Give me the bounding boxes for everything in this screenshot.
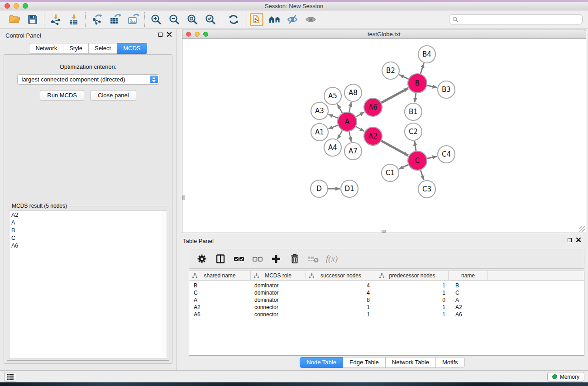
tab-motifs[interactable]: Motifs [436,357,465,368]
mcds-result-list[interactable]: A2ABCA6 [9,210,167,358]
select-all-rows-button[interactable] [232,251,246,267]
network-canvas[interactable]: AA1A2A3A4A5A6A7A8BB1B2B3B4CC1C2C3C4DD1 [182,39,586,233]
node-B2[interactable]: B2 [382,62,399,79]
cell-shared-name[interactable]: A2 [189,304,251,310]
cell-MCDS-role[interactable]: connector [251,311,306,318]
mcds-result-item[interactable]: A6 [10,242,167,249]
delete-table-button[interactable] [306,251,320,267]
edge-A6-B[interactable] [381,88,408,103]
network-window-titlebar[interactable]: testGlobe.txt [182,29,586,39]
float-table-panel-icon[interactable] [568,238,572,242]
task-history-button[interactable] [5,372,16,381]
edge-A-A7[interactable] [349,132,351,142]
cell-name[interactable]: A6 [449,311,488,318]
cell-predecessor-nodes[interactable]: 1 [376,304,449,310]
tab-node-table[interactable]: Node Table [300,357,343,368]
deselect-all-rows-button[interactable] [250,251,265,267]
table-settings-button[interactable] [195,251,209,267]
criterion-select[interactable]: largest connected component (directed) [17,74,159,85]
duplicate-network-view-button[interactable] [248,12,266,27]
cell-MCDS-role[interactable]: dominator [251,290,306,296]
cell-name[interactable]: A2 [449,304,488,310]
close-table-panel-icon[interactable] [576,238,581,242]
cell-shared-name[interactable]: A [189,297,251,303]
cell-predecessor-nodes[interactable]: 1 [376,311,449,318]
edge-A-A3[interactable] [329,114,338,118]
mcds-result-item[interactable]: B [10,226,167,234]
edge-A-A6[interactable] [356,112,364,117]
export-table-button[interactable] [106,12,124,27]
cell-name[interactable]: A [449,297,488,303]
mcds-result-item[interactable]: C [10,234,167,242]
node-A7[interactable]: A7 [344,143,362,160]
zoom-selected-button[interactable] [201,12,220,27]
close-panel-button[interactable]: Close panel [91,90,136,101]
column-header-name[interactable]: name [449,271,488,280]
network-graph[interactable]: AA1A2A3A4A5A6A7A8BB1B2B3B4CC1C2C3C4DD1 [182,39,585,232]
mcds-result-item[interactable]: A [10,219,167,226]
node-B1[interactable]: B1 [405,103,422,120]
tab-edge-table[interactable]: Edge Table [343,357,386,368]
node-D[interactable]: D [311,180,328,197]
edge-A2-C[interactable] [381,141,408,156]
cell-successor-nodes[interactable]: 1 [306,304,376,310]
cell-successor-nodes[interactable]: 4 [306,290,376,296]
node-C[interactable]: C [408,151,427,170]
node-A1[interactable]: A1 [311,124,328,141]
edge-C-C3[interactable] [421,170,424,180]
node-C1[interactable]: C1 [382,164,399,181]
edge-C-C2[interactable] [415,141,416,151]
node-A5[interactable]: A5 [324,87,341,105]
search-box[interactable] [449,14,583,24]
control-tab-network[interactable]: Network [29,43,63,54]
edge-C-C4[interactable] [427,156,437,158]
save-session-button[interactable] [24,12,42,27]
cell-shared-name[interactable]: C [189,290,251,296]
cell-predecessor-nodes[interactable]: 1 [376,282,449,289]
node-A3[interactable]: A3 [311,102,328,119]
table-row[interactable]: Adominator80A [189,296,584,304]
edge-A-A2[interactable] [356,127,364,131]
edge-A-A4[interactable] [337,130,342,139]
node-A6[interactable]: A6 [364,98,382,116]
edge-B-B3[interactable] [427,86,437,88]
control-tab-select[interactable]: Select [89,43,117,54]
edge-B-B1[interactable] [415,93,416,102]
network-horizontal-scrollbar[interactable] [382,230,386,233]
close-panel-icon[interactable] [167,32,172,37]
delete-columns-button[interactable] [287,251,302,267]
cell-MCDS-role[interactable]: dominator [251,282,306,289]
edge-B-B4[interactable] [421,63,424,74]
show-all-levels-button[interactable] [266,12,284,27]
apply-function-button[interactable]: f(x) [325,251,339,267]
node-A[interactable]: A [338,112,357,131]
column-header-shared-name[interactable]: shared name [189,271,251,280]
search-input[interactable] [459,16,579,23]
node-D1[interactable]: D1 [341,180,358,197]
table-row[interactable]: Bdominator41B [189,282,584,289]
node-C2[interactable]: C2 [405,123,422,140]
cell-predecessor-nodes[interactable]: 1 [376,290,449,296]
export-image-button[interactable] [124,12,142,27]
result-list-scrollbar[interactable] [161,211,167,358]
control-tab-style[interactable]: Style [63,43,89,54]
table-row[interactable]: A2connector11A2 [189,304,584,311]
create-column-button[interactable] [269,251,283,267]
zoom-out-button[interactable] [165,12,183,27]
open-session-button[interactable] [5,12,24,27]
main-titlebar[interactable]: Session: New Session [0,2,588,10]
table-row[interactable]: Cdominator41C [189,289,584,296]
hide-selected-button[interactable] [284,12,302,27]
run-mcds-button[interactable]: Run MCDS [40,90,84,101]
toggle-columns-button[interactable] [213,251,228,267]
node-B3[interactable]: B3 [438,81,455,98]
node-B4[interactable]: B4 [418,46,435,63]
cell-predecessor-nodes[interactable]: 0 [376,297,449,303]
node-C3[interactable]: C3 [418,181,435,198]
node-A8[interactable]: A8 [344,84,362,101]
float-panel-icon[interactable] [158,33,163,37]
cell-successor-nodes[interactable]: 1 [306,311,376,318]
cell-name[interactable]: C [449,290,488,296]
import-network-button[interactable] [47,12,65,27]
node-B[interactable]: B [408,74,427,93]
